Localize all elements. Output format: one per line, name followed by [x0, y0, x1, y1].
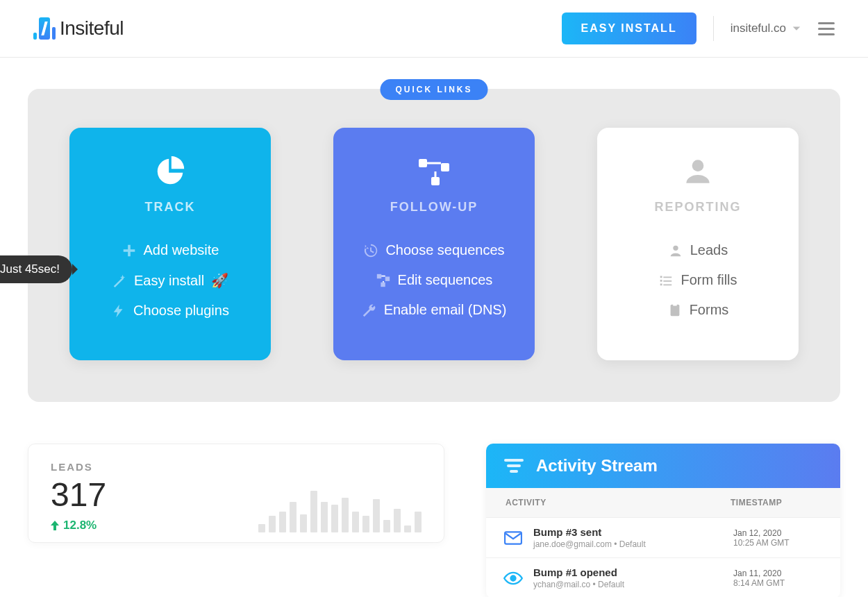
activity-row-title: Bump #3 sent [533, 526, 733, 538]
leads-change: 12.8% [51, 519, 106, 532]
activity-row-time: Jan 12, 202010:25 AM GMT [733, 528, 824, 548]
clipboard-icon [667, 303, 683, 318]
activity-columns: ACTIVITY TIMESTAMP [486, 488, 840, 518]
activity-card: Activity Stream ACTIVITY TIMESTAMP Bump … [486, 444, 840, 597]
envelope-icon [503, 530, 524, 546]
svg-rect-1 [441, 163, 449, 171]
eye-icon [503, 571, 524, 586]
link-choose-sequences[interactable]: Choose sequences [347, 235, 521, 265]
svg-rect-8 [670, 304, 679, 316]
col-timestamp: TIMESTAMP [731, 498, 821, 507]
rocket-icon: 🚀 [211, 272, 228, 289]
divider [713, 16, 714, 41]
quick-links-section: QUICK LINKS Just 45sec! TRACK Add websit… [28, 89, 840, 402]
site-selector[interactable]: insiteful.co [731, 22, 801, 35]
activity-title: Activity Stream [536, 456, 658, 476]
site-label: insiteful.co [731, 22, 786, 35]
link-edit-sequences[interactable]: Edit sequences [347, 265, 521, 295]
svg-rect-2 [431, 177, 440, 185]
leads-label: LEADS [51, 461, 422, 473]
card-title: FOLLOW-UP [347, 200, 521, 215]
link-enable-email[interactable]: Enable email (DNS) [347, 295, 521, 325]
logo-mark [33, 17, 56, 40]
svg-rect-0 [419, 159, 427, 167]
flow-icon [347, 155, 521, 187]
arrow-up-icon [51, 521, 59, 530]
header-actions: EASY INSTALL insiteful.co [562, 12, 835, 44]
activity-row[interactable]: Bump #1 openedychan@mail.co • DefaultJan… [486, 558, 840, 597]
chevron-down-icon [792, 24, 801, 33]
svg-rect-3 [376, 274, 381, 278]
link-choose-plugins[interactable]: Choose plugins [83, 296, 257, 326]
history-icon [363, 243, 378, 258]
link-easy-install[interactable]: Easy install 🚀 [83, 265, 257, 296]
card-follow-up: FOLLOW-UP Choose sequences Edit sequence… [333, 128, 535, 360]
link-form-fills[interactable]: Form fills [611, 265, 785, 295]
quick-links-panel: Just 45sec! TRACK Add website Easy insta… [28, 89, 840, 402]
link-forms[interactable]: Forms [611, 295, 785, 325]
card-title: REPORTING [611, 200, 785, 215]
quick-links-badge: QUICK LINKS [381, 79, 488, 100]
link-leads[interactable]: Leads [611, 235, 785, 265]
col-activity: ACTIVITY [506, 498, 546, 507]
card-title: TRACK [83, 200, 257, 215]
pie-chart-icon [83, 155, 257, 187]
bolt-icon [111, 303, 126, 319]
activity-row-title: Bump #1 opened [533, 566, 733, 578]
easy-install-button[interactable]: EASY INSTALL [562, 12, 696, 44]
activity-row[interactable]: Bump #3 sentjane.doe@gmail.com • Default… [486, 518, 840, 558]
brand-logo[interactable]: Insiteful [33, 17, 124, 40]
plus-icon [122, 243, 137, 258]
filter-icon[interactable] [504, 459, 524, 473]
svg-rect-9 [673, 303, 677, 305]
wrench-icon [362, 303, 377, 318]
svg-rect-4 [385, 276, 389, 280]
svg-rect-5 [381, 282, 385, 286]
svg-point-11 [511, 575, 516, 580]
wand-icon [112, 273, 127, 288]
user-large-icon [611, 155, 785, 187]
link-add-website[interactable]: Add website [83, 235, 257, 265]
menu-button[interactable] [818, 22, 835, 35]
brand-name: Insiteful [60, 17, 124, 40]
card-track: Just 45sec! TRACK Add website Easy insta… [69, 128, 271, 360]
activity-header: Activity Stream [486, 444, 840, 488]
user-icon [668, 243, 683, 258]
checklist-icon [658, 273, 674, 288]
leads-card: LEADS 317 12.8% [28, 444, 444, 543]
activity-row-time: Jan 11, 20208:14 AM GMT [733, 569, 824, 588]
leads-count: 317 [51, 478, 106, 512]
leads-sparkline [258, 488, 422, 532]
activity-row-sub: jane.doe@gmail.com • Default [533, 539, 733, 549]
card-reporting: REPORTING Leads Form fills Forms [597, 128, 799, 360]
tooltip-easy-install: Just 45sec! [0, 255, 72, 283]
svg-point-7 [673, 245, 678, 250]
flow-small-icon [376, 273, 391, 288]
activity-row-sub: ychan@mail.co • Default [533, 580, 733, 589]
app-header: Insiteful EASY INSTALL insiteful.co [0, 0, 868, 58]
svg-point-6 [692, 160, 704, 171]
